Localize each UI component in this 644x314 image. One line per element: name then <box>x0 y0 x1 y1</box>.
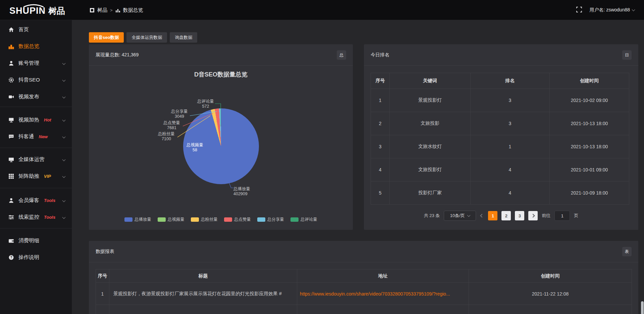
video-url-link[interactable]: https://www.iesdouyin.com/share/video/70… <box>297 283 469 305</box>
report-table: 序号 标题 地址 创建时间 1 景观投影灯，夜游景观投影灯厂家展示展示落花灯在花… <box>96 269 632 314</box>
grid-icon <box>8 173 14 179</box>
legend-swatch <box>191 217 199 222</box>
sidebar-item-label: 矩阵助推 <box>18 173 39 180</box>
pie-label-plays: 总播放量402909 <box>233 187 270 197</box>
sidebar-item-label: 首页 <box>18 26 29 33</box>
goto-page-input[interactable] <box>554 211 570 221</box>
table-row[interactable]: 4 文旅投影灯 4 2021-10-01 09:00 <box>371 158 629 181</box>
sidebar-item-video-heat[interactable]: 视频加热 Hot <box>0 111 72 128</box>
table-row[interactable]: 1 景观投影灯，夜游景观投影灯厂家展示展示落花灯在花园里的灯光投影应用效果 # … <box>96 283 632 305</box>
question-icon: ? <box>8 255 14 260</box>
chevron-down-icon <box>62 95 66 98</box>
sidebar-item-data-overview[interactable]: 数据总览 <box>0 38 72 55</box>
sidebar-item-label: 消费明细 <box>18 237 39 244</box>
fullscreen-icon[interactable] <box>576 7 582 13</box>
pie-chart-title: D音SEO数据量总览 <box>89 70 353 78</box>
col-created: 创建时间 <box>469 269 632 283</box>
sidebar-item-media-ops[interactable]: 全媒体运营 <box>0 151 72 168</box>
pie-label-shares: 总分享量3049 <box>163 109 196 119</box>
col-url: 地址 <box>297 269 469 283</box>
total-badge[interactable]: 总 <box>337 50 346 60</box>
day-badge[interactable]: 日 <box>622 50 632 60</box>
tab-inquiry-data[interactable]: 询盘数据 <box>170 32 197 43</box>
page-size-select[interactable]: 10条/页 <box>444 211 476 221</box>
sidebar-item-lead-monitor[interactable]: 线索监控 Tools <box>0 209 72 225</box>
breadcrumb-separator: > <box>110 8 113 13</box>
table-row[interactable]: 1 景观投影灯 3 2021-10-02 09:00 <box>371 89 629 112</box>
chat-bubble-icon <box>8 134 14 140</box>
col-keyword: 关键词 <box>390 73 471 89</box>
sidebar-item-label: 视频发布 <box>18 93 39 100</box>
col-index: 序号 <box>96 269 109 283</box>
legend-item-fans[interactable]: 总粉丝量 <box>191 217 218 222</box>
legend-item-shares[interactable]: 总分享量 <box>257 217 284 222</box>
sidebar-item-label: 抖客通 <box>18 133 34 140</box>
sidebar-item-douyin-seo[interactable]: 抖音SEO <box>0 71 72 88</box>
sidebar-item-spending-detail[interactable]: 消费明细 <box>0 232 72 249</box>
new-badge: New <box>39 134 48 139</box>
legend-item-plays[interactable]: 总播放量 <box>124 217 151 222</box>
sidebar-item-label: 账号管理 <box>18 60 39 67</box>
chevron-down-icon <box>467 214 470 217</box>
sidebar-item-matrix-boost[interactable]: 矩阵助推 VIP <box>0 168 72 185</box>
page-button-1[interactable]: 1 <box>488 211 497 220</box>
page-button-2[interactable]: 2 <box>501 211 511 220</box>
report-card-header: 数据报表 表 <box>89 241 638 262</box>
chevron-down-icon <box>62 61 66 65</box>
legend-swatch <box>290 217 299 222</box>
home-icon <box>8 27 14 33</box>
total-count-label: 共 23 条 <box>424 213 440 219</box>
member-icon <box>8 198 14 203</box>
table-row[interactable]: 5 投影灯厂家 4 2021-10-09 18:00 <box>371 181 629 205</box>
table-row[interactable]: 2 文旅投影 3 2021-10-13 18:00 <box>371 112 629 135</box>
monitor-icon <box>8 117 14 123</box>
scrollbar-thumb[interactable] <box>641 301 644 314</box>
col-index: 序号 <box>371 73 390 89</box>
tab-media-ops-data[interactable]: 全媒体运营数据 <box>126 32 167 43</box>
breadcrumb-root[interactable]: 树品 <box>97 7 107 13</box>
logo-text-en: SHUPIN <box>9 6 46 16</box>
sliders-icon <box>8 214 14 220</box>
sidebar-item-help[interactable]: ? 操作说明 <box>0 249 72 266</box>
logo-text-cn: 树品 <box>48 6 65 15</box>
table-header-row: 序号 关键词 排名 创建时间 <box>371 73 629 89</box>
table-badge[interactable]: 表 <box>622 247 632 256</box>
goto-label: 前往 <box>542 213 550 219</box>
sidebar-item-douketon[interactable]: 抖客通 New <box>0 128 72 145</box>
display-icon <box>8 157 14 162</box>
sidebar-item-home[interactable]: 首页 <box>0 21 72 38</box>
sidebar-item-label: 视频加热 <box>18 116 39 123</box>
topbar: SHUPIN 树品 树品 > 数据总览 用户名: zswodun88 <box>0 0 644 20</box>
app-square-icon <box>90 8 95 13</box>
table-row[interactable]: 3 文旅水纹灯 1 2021-10-13 18:00 <box>371 135 629 158</box>
legend-item-comments[interactable]: 总评论量 <box>290 217 317 222</box>
prev-page-icon[interactable] <box>480 214 484 217</box>
next-page-button[interactable] <box>528 211 538 220</box>
user-menu[interactable]: 用户名: zswodun88 <box>589 7 635 13</box>
sidebar-item-member-growth[interactable]: 会员爆客 Tools <box>0 192 72 209</box>
svg-text:?: ? <box>10 256 12 259</box>
sidebar-divider <box>0 228 72 228</box>
chevron-down-icon <box>62 78 66 82</box>
legend-item-videos[interactable]: 总视频量 <box>158 217 184 222</box>
report-card-title: 数据报表 <box>96 241 114 262</box>
pagination: 共 23 条 10条/页 1 2 3 前往 页 <box>364 211 638 221</box>
tab-douyin-seo[interactable]: 抖音seo数据 <box>89 32 124 43</box>
video-camera-icon <box>8 94 14 100</box>
page-button-3[interactable]: 3 <box>515 211 524 220</box>
chevron-down-icon <box>62 135 66 138</box>
sidebar-divider <box>0 188 72 188</box>
chevron-down-icon <box>62 215 66 219</box>
ranking-table: 序号 关键词 排名 创建时间 1 景观投影灯 3 2021-10-02 09:0… <box>371 73 629 205</box>
sidebar: 首页 数据总览 账号管理 抖音SEO 视频发布 视频加热 Hot 抖客通 New… <box>0 20 72 314</box>
bar-chart-icon <box>115 8 120 13</box>
gear-icon <box>8 77 14 83</box>
data-tabs: 抖音seo数据 全媒体运营数据 询盘数据 <box>89 32 197 43</box>
breadcrumb-current: 数据总览 <box>123 7 143 13</box>
main-content: 抖音seo数据 全媒体运营数据 询盘数据 展现量总数: 421,369 总 D音… <box>72 20 644 314</box>
legend-swatch <box>257 217 265 222</box>
legend-item-likes[interactable]: 总点赞量 <box>224 217 251 222</box>
impressions-total-label: 展现量总数: 421,369 <box>96 44 139 66</box>
sidebar-item-account[interactable]: 账号管理 <box>0 55 72 71</box>
sidebar-item-video-publish[interactable]: 视频发布 <box>0 88 72 105</box>
